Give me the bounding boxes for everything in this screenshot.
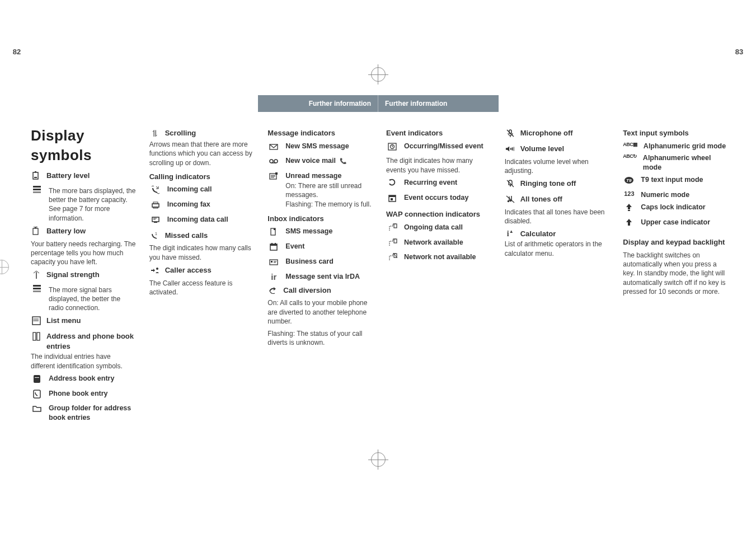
list-menu-heading: List menu	[31, 316, 136, 328]
missed-calls-label: Missed calls	[165, 231, 255, 241]
column-6: Text input symbols ABC▦ Alphanumeric gri…	[623, 126, 728, 517]
incoming-call-label: Incoming call	[167, 185, 255, 194]
incoming-data-label: Incoming data call	[167, 215, 255, 224]
battery-low-icon: 5%	[31, 226, 42, 238]
net-not-row: Network not available	[386, 252, 491, 265]
svg-point-11	[33, 321, 34, 322]
unread-flash-desc: Flashing: The memory is full.	[285, 200, 373, 209]
svg-line-46	[392, 147, 393, 147]
scrolling-heading: ⥮ Scrolling	[149, 128, 255, 139]
signal-desc: The more signal bars displayed, the bett…	[49, 285, 136, 313]
net-avail-row: Network available	[386, 238, 491, 250]
event-row: Event	[267, 242, 373, 254]
svg-point-26	[274, 160, 278, 163]
net-available-icon	[386, 238, 398, 250]
alnum-grid-icon: ABC▦	[623, 142, 638, 148]
battery-level-desc: The more bars displayed, the better the …	[49, 186, 136, 223]
address-heading: Address and phone book entries	[31, 331, 136, 351]
all-tones-icon	[505, 194, 516, 207]
phone-entry-row: Phone book entry	[31, 389, 136, 401]
svg-rect-57	[510, 148, 511, 150]
occurring-row: Occurring/Missed event	[386, 142, 491, 154]
ring-off-icon	[505, 179, 516, 191]
svg-rect-58	[511, 147, 513, 150]
svg-rect-2	[35, 171, 36, 172]
calc-label: Calculator	[520, 229, 610, 239]
new-voicemail-label: New voice mail 📞	[285, 156, 373, 166]
column-2: ⥮ Scrolling Arrows mean that there are m…	[149, 126, 255, 517]
voicemail-icon	[267, 156, 280, 168]
phone-entry-label: Phone book entry	[49, 389, 136, 399]
svg-rect-13	[37, 332, 40, 340]
calling-indicators-heading: Calling indicators	[149, 172, 255, 182]
scrolling-label: Scrolling	[165, 128, 255, 138]
upper-icon	[623, 218, 635, 230]
ongoing-row: Ongoing data call	[386, 223, 491, 235]
unread-on-desc: On: There are still unread messages.	[285, 181, 373, 199]
scrolling-desc: Arrows mean that there are more function…	[149, 140, 255, 167]
column-5: Microphone off Volume level Indicates vo…	[505, 126, 610, 517]
mic-off-icon	[505, 128, 516, 140]
net-not-available-icon	[386, 252, 398, 265]
svg-rect-37	[271, 243, 273, 245]
alnum-wheel-icon: ABC↻	[623, 153, 637, 160]
svg-point-25	[270, 160, 273, 163]
occurring-icon	[386, 142, 398, 154]
message-indicators-heading: Message indicators	[267, 128, 373, 138]
svg-text:1: 1	[155, 232, 157, 236]
battery-low-label: Battery low	[46, 226, 136, 236]
data-call-icon	[149, 215, 162, 227]
unread-label: Unread message	[285, 171, 373, 181]
header-bar: 82 83 Further information Further inform…	[0, 0, 756, 104]
battery-level-heading: Battery level	[31, 171, 136, 183]
calendar-icon	[267, 242, 280, 254]
svg-point-10	[33, 319, 34, 320]
address-icon	[31, 331, 42, 344]
address-label: Address and phone book entries	[46, 331, 136, 351]
new-sms-row: New SMS message	[267, 142, 373, 154]
scroll-icon: ⥮	[149, 128, 161, 139]
svg-rect-0	[33, 172, 38, 179]
column-4: Event indicators Occurring/Missed event …	[386, 126, 491, 517]
irda-icon: ir	[267, 272, 280, 282]
battery-low-desc: Your battery needs recharging. The perce…	[31, 240, 136, 267]
wap-heading: WAP connection indicators	[386, 209, 491, 219]
call-diversion-heading: Call diversion	[267, 285, 373, 298]
svg-rect-19	[154, 222, 157, 223]
today-row: Event occurs today	[386, 193, 491, 205]
numeric-row: 123 Numeric mode	[623, 190, 728, 200]
call-diversion-label: Call diversion	[283, 285, 373, 296]
volume-icon	[505, 144, 516, 156]
diversion-icon	[267, 285, 279, 298]
caller-access-icon	[149, 265, 161, 278]
today-icon	[386, 193, 398, 205]
signal-heading: Signal strength	[31, 270, 136, 282]
page-title: Display symbols	[31, 126, 136, 165]
bcard-row: Business card	[267, 257, 373, 269]
occurring-label: Occurring/Missed event	[404, 142, 491, 151]
t9-label: T9 text input mode	[641, 175, 728, 185]
svg-rect-49	[391, 198, 393, 200]
incoming-call-row: Incoming call	[149, 185, 255, 197]
address-entry-row: Address book entry	[31, 374, 136, 386]
page-number-left: 82	[0, 47, 34, 57]
mic-off-heading: Microphone off	[505, 128, 610, 140]
list-menu-label: List menu	[46, 316, 136, 326]
volume-label: Volume level	[520, 144, 610, 154]
address-entry-icon	[31, 374, 43, 386]
volume-desc: Indicates volume level when adjusting.	[505, 157, 610, 175]
upper-row: Upper case indicator	[623, 218, 728, 230]
sms-icon	[267, 227, 280, 239]
svg-rect-38	[275, 243, 276, 245]
ribbon-right: Further information	[378, 95, 499, 112]
call-diversion-flash: Flashing: The status of your call divert…	[267, 329, 373, 347]
business-card-icon	[267, 257, 280, 269]
numeric-label: Numeric mode	[641, 190, 728, 200]
recurring-row: Recurring event	[386, 178, 491, 190]
address-entry-label: Address book entry	[49, 374, 136, 383]
ribbon-left: Further information	[258, 95, 379, 112]
svg-rect-51	[394, 239, 397, 243]
call-diversion-on: On: All calls to your mobile phone are d…	[267, 298, 373, 326]
svg-rect-3	[33, 228, 38, 235]
battery-level-label: Battery level	[46, 171, 136, 181]
